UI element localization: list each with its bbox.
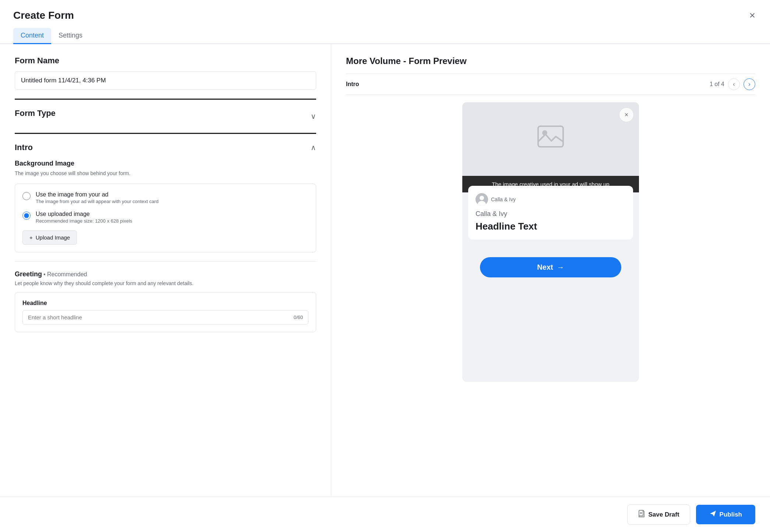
upload-plus-icon: + bbox=[29, 234, 33, 241]
modal-header: Create Form × bbox=[0, 0, 770, 28]
radio-ad-image[interactable] bbox=[22, 192, 31, 200]
modal-body: Form Name Form Type ∨ Intro ∧ Background… bbox=[0, 44, 770, 497]
greeting-recommended: • Recommended bbox=[43, 271, 87, 277]
radio-ad-image-label: Use the image from your ad bbox=[36, 191, 159, 198]
preview-next-button[interactable]: › bbox=[743, 78, 755, 90]
right-panel: More Volume - Form Preview Intro 1 of 4 … bbox=[331, 44, 770, 497]
divider-greeting bbox=[15, 261, 316, 262]
left-panel: Form Name Form Type ∨ Intro ∧ Background… bbox=[0, 44, 331, 497]
radio-option-ad-image[interactable]: Use the image from your ad The image fro… bbox=[22, 191, 308, 204]
divider-form-name bbox=[15, 99, 316, 100]
tab-bar: Content Settings bbox=[0, 28, 770, 44]
save-draft-button[interactable]: Save Draft bbox=[627, 504, 690, 525]
preview-prev-button[interactable]: ‹ bbox=[728, 78, 740, 90]
svg-rect-0 bbox=[538, 126, 563, 147]
radio-uploaded-image-label: Use uploaded image bbox=[36, 211, 132, 217]
greeting-title: Greeting bbox=[15, 270, 42, 278]
form-name-title: Form Name bbox=[15, 56, 316, 65]
phone-preview: × The image creative used in your ad wil… bbox=[462, 102, 639, 382]
preview-title: More Volume - Form Preview bbox=[346, 56, 755, 66]
modal-title: Create Form bbox=[13, 10, 74, 21]
intro-content: Background Image The image you choose wi… bbox=[15, 160, 316, 332]
phone-card-headline: Headline Text bbox=[476, 221, 626, 232]
phone-next-button[interactable]: Next → bbox=[480, 257, 621, 277]
background-image-options: Use the image from your ad The image fro… bbox=[15, 184, 316, 252]
phone-next-label: Next bbox=[537, 263, 553, 272]
background-image-desc: The image you choose will show behind yo… bbox=[15, 170, 316, 176]
phone-card-brand: Calla & Ivy bbox=[476, 210, 626, 218]
phone-card-avatar: Calla & Ivy bbox=[476, 193, 626, 206]
svg-rect-5 bbox=[639, 510, 643, 516]
form-type-title: Form Type bbox=[15, 109, 56, 118]
publish-label: Publish bbox=[720, 511, 742, 518]
save-draft-icon bbox=[638, 510, 645, 519]
save-draft-label: Save Draft bbox=[648, 511, 679, 518]
preview-nav-label: Intro bbox=[346, 81, 359, 88]
radio-uploaded-image[interactable] bbox=[22, 212, 31, 220]
headline-box: Headline 0/60 bbox=[15, 292, 316, 332]
headline-input[interactable] bbox=[28, 314, 294, 320]
brand-avatar-name: Calla & Ivy bbox=[491, 196, 516, 202]
phone-image-area: × bbox=[462, 102, 639, 176]
upload-image-label: Upload Image bbox=[36, 234, 70, 241]
radio-uploaded-image-sublabel: Recommended image size: 1200 x 628 pixel… bbox=[36, 218, 132, 224]
headline-char-count: 0/60 bbox=[294, 315, 303, 320]
form-name-input[interactable] bbox=[15, 71, 316, 90]
background-image-title: Background Image bbox=[15, 160, 316, 167]
intro-caret-icon: ∧ bbox=[311, 143, 316, 152]
divider-form-type bbox=[15, 133, 316, 134]
greeting-desc: Let people know why they should complete… bbox=[15, 280, 316, 286]
close-button[interactable]: × bbox=[748, 9, 757, 22]
radio-option-uploaded-image[interactable]: Use uploaded image Recommended image siz… bbox=[22, 211, 308, 224]
avatar bbox=[476, 193, 488, 206]
form-type-row[interactable]: Form Type ∨ bbox=[15, 109, 316, 124]
phone-image-placeholder-icon bbox=[537, 125, 564, 153]
svg-point-3 bbox=[480, 196, 484, 200]
upload-image-button[interactable]: + Upload Image bbox=[22, 230, 77, 245]
modal-footer: Save Draft Publish bbox=[0, 497, 770, 532]
create-form-modal: Create Form × Content Settings Form Name… bbox=[0, 0, 770, 532]
intro-header[interactable]: Intro ∧ bbox=[15, 143, 316, 152]
headline-input-wrap: 0/60 bbox=[22, 310, 308, 324]
preview-nav: Intro 1 of 4 ‹ › bbox=[346, 74, 755, 95]
phone-next-arrow-icon: → bbox=[557, 263, 564, 272]
publish-button[interactable]: Publish bbox=[696, 505, 755, 524]
phone-close-button[interactable]: × bbox=[619, 107, 634, 122]
preview-page-label: 1 of 4 bbox=[710, 81, 724, 88]
publish-icon bbox=[709, 510, 717, 519]
headline-label: Headline bbox=[22, 300, 308, 306]
radio-ad-image-sublabel: The image from your ad will appear with … bbox=[36, 199, 159, 204]
tab-settings[interactable]: Settings bbox=[51, 28, 90, 44]
preview-nav-right: 1 of 4 ‹ › bbox=[710, 78, 755, 90]
intro-title: Intro bbox=[15, 143, 33, 152]
phone-card: Calla & Ivy Calla & Ivy Headline Text bbox=[468, 186, 633, 240]
form-type-chevron-icon: ∨ bbox=[311, 112, 316, 121]
greeting-section: Greeting • Recommended Let people know w… bbox=[15, 270, 316, 332]
tab-content[interactable]: Content bbox=[13, 28, 51, 44]
